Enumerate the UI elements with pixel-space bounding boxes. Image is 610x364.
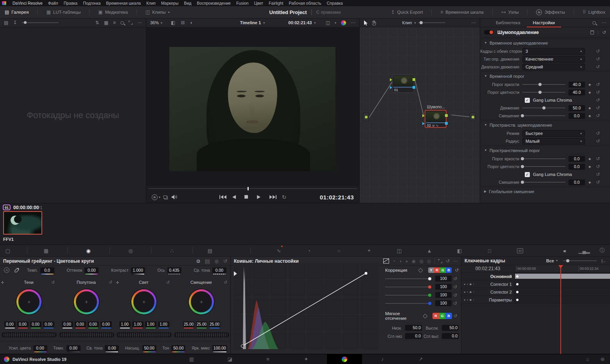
keyframe-marker[interactable] <box>516 283 518 285</box>
keyframe-marker[interactable] <box>516 291 518 293</box>
keyframe-diamond-icon[interactable]: ◆ <box>470 290 472 294</box>
enable-dot-icon[interactable]: ● <box>464 298 465 301</box>
menu-рабочая-область[interactable]: Рабочая область <box>286 1 324 5</box>
gallery-zoom-slider[interactable] <box>22 22 59 23</box>
hue-vs-lum-icon[interactable]: ◕ <box>405 258 408 264</box>
timeline-selector[interactable]: Timeline 1▾ <box>240 20 265 25</box>
options-icon[interactable]: ⋯ <box>453 258 458 264</box>
correction-slider[interactable] <box>385 295 431 296</box>
reset-icon[interactable]: ↺ <box>594 90 601 95</box>
source-node[interactable] <box>363 113 369 121</box>
keyframe-diamond-icon[interactable]: ◆ <box>585 165 594 169</box>
correction-value[interactable]: 100 <box>435 276 452 282</box>
last-frame-button[interactable] <box>269 195 276 199</box>
menu-fairlight[interactable]: Fairlight <box>266 1 286 5</box>
keyframe-row-corrector-2[interactable]: ●▪◆›Corrector 2 <box>461 288 610 296</box>
effects-toggle-button[interactable]: fxЭффекты <box>531 6 569 18</box>
first-frame-button[interactable] <box>219 195 226 199</box>
options-icon[interactable]: ⋯ <box>471 20 476 25</box>
field-value[interactable]: 0.435 <box>167 267 181 273</box>
magic-mask-icon[interactable]: ◫ <box>394 246 405 255</box>
reset-icon[interactable]: ↺ <box>166 280 172 285</box>
master-wheel-полутона[interactable] <box>59 332 114 337</box>
lock-icon[interactable]: ▪ <box>467 290 468 293</box>
slider-value[interactable]: 0.0 <box>569 164 585 170</box>
reset-icon[interactable]: ↺ <box>452 301 459 306</box>
channel-g-button[interactable]: G <box>440 267 446 273</box>
corrector-node-1[interactable]: 01 <box>392 75 414 93</box>
reset-icon[interactable]: ↺ <box>455 268 459 273</box>
slider-knob[interactable] <box>542 106 545 109</box>
menu-клип[interactable]: Клип <box>144 1 158 5</box>
node-graph[interactable]: 01 Шумопо... 02⊘∿ <box>360 27 480 203</box>
keyframe-diamond-icon[interactable]: ◆ <box>585 181 594 184</box>
list-view-icon[interactable]: ≡ <box>113 20 116 25</box>
color-match-icon[interactable]: ▦ <box>41 246 52 255</box>
info-icon[interactable]: ⓘ <box>597 246 608 255</box>
page-edit-button[interactable]: ≡ <box>261 354 274 364</box>
slider-порог-цветности[interactable] <box>522 166 565 167</box>
reset-icon[interactable]: ↺ <box>452 313 459 319</box>
reset-icon[interactable]: ↺ <box>594 179 601 185</box>
keyframe-track[interactable] <box>515 288 610 296</box>
dropdown-режим[interactable]: Быстрее▾ <box>522 130 585 137</box>
delete-icon[interactable] <box>590 30 594 34</box>
reset-icon[interactable]: ↺ <box>446 258 450 264</box>
keyframe-track[interactable] <box>515 273 610 280</box>
picker-icon[interactable] <box>14 268 19 273</box>
play-forward-button[interactable] <box>257 195 264 199</box>
section-временное-шумоподавление[interactable]: ▼Временное шумоподавление <box>480 38 610 47</box>
page-cut-button[interactable]: ◪ <box>223 354 237 364</box>
slider-knob[interactable] <box>538 91 542 94</box>
blur-icon[interactable]: ▲ <box>424 246 435 255</box>
loop-button[interactable]: ↻ <box>282 194 287 200</box>
wheel-value[interactable]: 1.00 <box>132 321 144 327</box>
menu-воспроизведение[interactable]: Воспроизведение <box>194 1 233 5</box>
wheel-value[interactable]: 1.00 <box>119 321 131 327</box>
reset-icon[interactable]: ↺ <box>594 64 601 70</box>
correction-slider[interactable] <box>385 278 431 279</box>
field-value[interactable]: 50.0 <box>442 325 459 331</box>
tab-library[interactable]: Библиотека <box>490 18 527 27</box>
wheel-value[interactable]: 0.00 <box>43 321 54 327</box>
slider-value[interactable]: 0.0 <box>569 113 585 119</box>
link-icon[interactable] <box>418 268 423 273</box>
wheel-value[interactable]: 0.00 <box>100 321 112 327</box>
softclip-b-button[interactable]: B <box>445 313 452 319</box>
field-value[interactable]: 0.00 <box>84 267 99 273</box>
scopes-icon[interactable]: ▁▄▂ <box>579 246 590 255</box>
section-временной-порог[interactable]: ▼Временной порог <box>480 71 610 81</box>
keyframe-diamond-icon[interactable]: ◆ <box>585 106 594 110</box>
sizing-icon[interactable]: □ <box>484 246 495 255</box>
keyframe-diamond-icon[interactable]: ◆ <box>585 83 594 86</box>
menu-файл[interactable]: Файл <box>45 1 61 5</box>
gallery-button[interactable]: ▤Галерея <box>0 6 33 18</box>
auto-balance-icon[interactable]: A <box>4 267 9 273</box>
sort-icon[interactable]: ⇅ <box>95 20 99 25</box>
slider-движение[interactable] <box>522 108 565 108</box>
softclip-r-button[interactable]: R <box>432 313 439 319</box>
slider-knob[interactable] <box>428 294 431 297</box>
slider-knob[interactable] <box>521 181 524 184</box>
colorwheel-icon[interactable] <box>341 20 346 25</box>
media-pool-button[interactable]: ▣Медиатека <box>93 6 133 18</box>
hue-vs-hue-icon[interactable]: ◔ <box>393 258 395 264</box>
wheel-value[interactable]: 0.00 <box>88 321 99 327</box>
softclip-g-button[interactable]: G <box>439 313 445 319</box>
color-wheels-icon[interactable]: ◉ <box>83 246 94 255</box>
reset-icon[interactable]: ↺ <box>594 105 601 111</box>
sat-vs-lum-icon[interactable]: ◎ <box>427 258 431 264</box>
wheel-value[interactable]: 0.00 <box>4 321 16 327</box>
field-value[interactable]: 0.0 <box>40 267 54 273</box>
enable-dot-icon[interactable]: ● <box>464 290 465 293</box>
color-slice-icon[interactable]: ∴ <box>167 246 178 255</box>
dropdown-диапазон-движения[interactable]: Средний▾ <box>522 64 585 70</box>
menu-справка[interactable]: Справка <box>324 1 345 5</box>
layers-icon[interactable] <box>163 195 167 199</box>
menu-fusion[interactable]: Fusion <box>233 1 251 5</box>
wheel-value[interactable]: 0.00 <box>30 321 41 327</box>
master-wheel-свет[interactable] <box>117 332 172 337</box>
options-icon[interactable]: ⋯ <box>351 20 355 25</box>
wheel-value[interactable]: 25.00 <box>196 321 207 327</box>
slider-knob[interactable] <box>428 302 431 305</box>
